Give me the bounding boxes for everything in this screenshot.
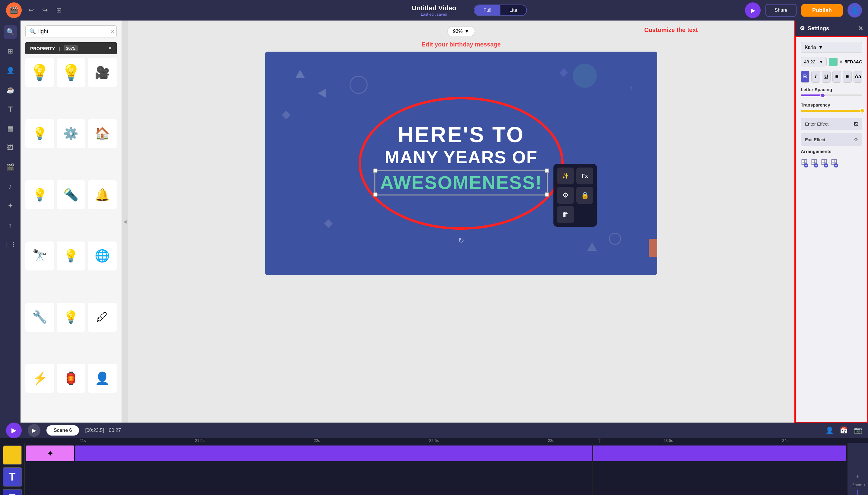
context-effects-label-button[interactable]: Fx — [577, 168, 593, 184]
sidebar-item-film[interactable]: 🎬 — [4, 160, 17, 174]
canvas-frame[interactable]: › HERE'S TO MANY YEARS OF AWESOMENESS! — [265, 52, 657, 275]
text-transform-button[interactable]: Aa — [853, 71, 862, 83]
clear-search-icon[interactable]: ✕ — [111, 29, 114, 34]
list-item[interactable]: 👤 — [88, 364, 117, 393]
asset-thumbnail[interactable] — [3, 445, 22, 465]
arrangement-item[interactable]: ⊞ + — [811, 157, 818, 167]
playhead[interactable] — [599, 438, 600, 443]
person-timeline-icon[interactable]: 👤 — [826, 426, 834, 434]
selection-handle-br[interactable] — [545, 192, 549, 197]
selection-handle-bl[interactable] — [373, 192, 377, 197]
transparency-fill — [801, 110, 862, 112]
asset-thumbnail-text1[interactable]: T — [3, 467, 22, 487]
list-item[interactable]: 🏮 — [57, 364, 86, 393]
transparency-label: Transparency — [801, 102, 862, 107]
align-center-button[interactable]: ≡ — [843, 71, 852, 83]
preview-play-button[interactable]: ▶ — [745, 2, 761, 18]
arrangement-item[interactable]: ⊞ + — [801, 157, 808, 167]
camera-icon[interactable]: 📷 — [854, 426, 862, 434]
sidebar-item-stickers[interactable]: ☕ — [4, 83, 17, 97]
asset-thumbnail-text2[interactable]: T — [3, 489, 22, 495]
sidebar-item-image[interactable]: 🖼 — [4, 141, 17, 155]
sidebar-item-text[interactable]: T — [4, 103, 17, 116]
font-selector[interactable]: Karla ▼ — [801, 42, 862, 53]
rotate-handle[interactable]: ↻ — [458, 236, 464, 245]
color-swatch[interactable] — [829, 58, 837, 66]
list-item[interactable]: ⚙️ — [57, 119, 86, 148]
duplicate-button[interactable]: ⊞ — [54, 4, 63, 16]
undo-button[interactable]: ↩ — [26, 4, 36, 16]
property-bar: PROPERTY | 3675 ✕ — [25, 42, 117, 54]
list-item[interactable]: 💡 — [25, 119, 54, 148]
user-avatar[interactable]: 👤 — [848, 3, 862, 17]
list-item[interactable]: 🔔 — [88, 180, 117, 209]
align-left-button[interactable]: ≡ — [832, 71, 841, 83]
context-settings-button[interactable]: ⚙ — [557, 187, 574, 204]
arr-badge-plus4: + — [834, 163, 838, 168]
list-item[interactable]: ⚡ — [25, 364, 54, 393]
track-and-assets: T T T ✦ + - Zoom + — [0, 443, 868, 495]
scene-label[interactable]: Scene 6 — [47, 425, 79, 436]
timeline-zoom-plus[interactable]: + — [856, 474, 860, 480]
context-lock-button[interactable]: 🔒 — [577, 187, 593, 204]
font-size-selector[interactable]: 43.22 ▼ — [801, 57, 827, 66]
color-picker-row[interactable]: # 5FD3AC — [829, 58, 862, 66]
italic-button[interactable]: I — [811, 71, 820, 83]
sidebar-item-background[interactable]: ▦ — [4, 122, 17, 135]
collapse-handle[interactable]: ◀ — [122, 20, 128, 423]
selection-handle-tr[interactable] — [545, 168, 549, 173]
search-input[interactable] — [38, 28, 108, 35]
settings-body: Karla ▼ 43.22 ▼ # 5FD3AC B I — [795, 36, 868, 423]
list-item[interactable]: 💡 — [57, 303, 86, 332]
list-item[interactable]: 💡 — [25, 58, 54, 87]
sidebar-item-grid[interactable]: ⋮⋮ — [4, 238, 17, 251]
zoom-badge[interactable]: 93% ▼ — [447, 27, 475, 36]
list-item[interactable]: 🎥 — [88, 58, 117, 87]
text-format-row: B I U ≡ ≡ Aa — [801, 71, 862, 83]
mode-full-button[interactable]: Full — [474, 5, 500, 15]
redo-button[interactable]: ↪ — [40, 4, 50, 16]
letter-spacing-thumb[interactable] — [820, 93, 825, 98]
sidebar-item-effects[interactable]: ✦ — [4, 199, 17, 212]
publish-button[interactable]: Publish — [801, 4, 843, 17]
sidebar-item-music[interactable]: ♪ — [4, 180, 17, 193]
share-button[interactable]: Share — [765, 4, 797, 17]
canvas-line3-text: AWESOMENESS! — [380, 172, 542, 193]
mode-lite-button[interactable]: Lite — [500, 5, 526, 15]
sidebar-item-search[interactable]: 🔍 — [4, 25, 17, 39]
main-play-button[interactable]: ▶ — [6, 423, 22, 438]
calendar-icon[interactable]: 📅 — [840, 426, 848, 434]
list-item[interactable]: 🔦 — [57, 180, 86, 209]
transparency-thumb[interactable] — [860, 108, 865, 113]
sidebar-item-person[interactable]: 👤 — [4, 64, 17, 77]
underline-button[interactable]: U — [822, 71, 831, 83]
track-purple[interactable] — [75, 445, 846, 461]
list-item[interactable]: 💡 — [57, 241, 86, 270]
scene-play-button[interactable]: ▶ — [28, 424, 40, 437]
canvas-line3-wrap[interactable]: AWESOMENESS! — [374, 170, 548, 195]
letter-spacing-slider[interactable] — [801, 95, 862, 96]
list-item[interactable]: 💡 — [57, 58, 86, 87]
transparency-slider[interactable] — [801, 110, 862, 112]
selection-handle-tl[interactable] — [373, 168, 377, 173]
enter-effect-row[interactable]: Enter Effect 🖼 — [801, 118, 862, 130]
list-item[interactable]: 💡 — [25, 180, 54, 209]
settings-close-button[interactable]: ✕ — [858, 25, 863, 32]
list-item[interactable]: 🔭 — [25, 241, 54, 270]
arrangement-item[interactable]: ⊞ + — [831, 157, 837, 167]
arrangement-item[interactable]: ⊞ + — [821, 157, 828, 167]
context-fx-button[interactable]: ✨ — [557, 168, 574, 184]
zoom-slider[interactable] — [857, 490, 858, 495]
bold-button[interactable]: B — [801, 71, 810, 83]
list-item[interactable]: 🏠 — [88, 119, 117, 148]
exit-effect-row[interactable]: Exit Effect ⊘ — [801, 133, 862, 146]
sidebar-item-layers[interactable]: ⊞ — [4, 45, 17, 58]
list-item[interactable]: 🖊 — [88, 303, 117, 332]
list-item[interactable]: 🌐 — [88, 241, 117, 270]
list-item[interactable]: 🔧 — [25, 303, 54, 332]
track-pink[interactable]: ✦ — [26, 445, 74, 461]
sidebar-item-upload[interactable]: ↑ — [4, 219, 17, 232]
context-delete-button[interactable]: 🗑 — [557, 206, 574, 223]
close-property-button[interactable]: ✕ — [108, 46, 112, 51]
canvas-text-block[interactable]: HERE'S TO MANY YEARS OF AWESOMENESS! — [374, 122, 548, 195]
